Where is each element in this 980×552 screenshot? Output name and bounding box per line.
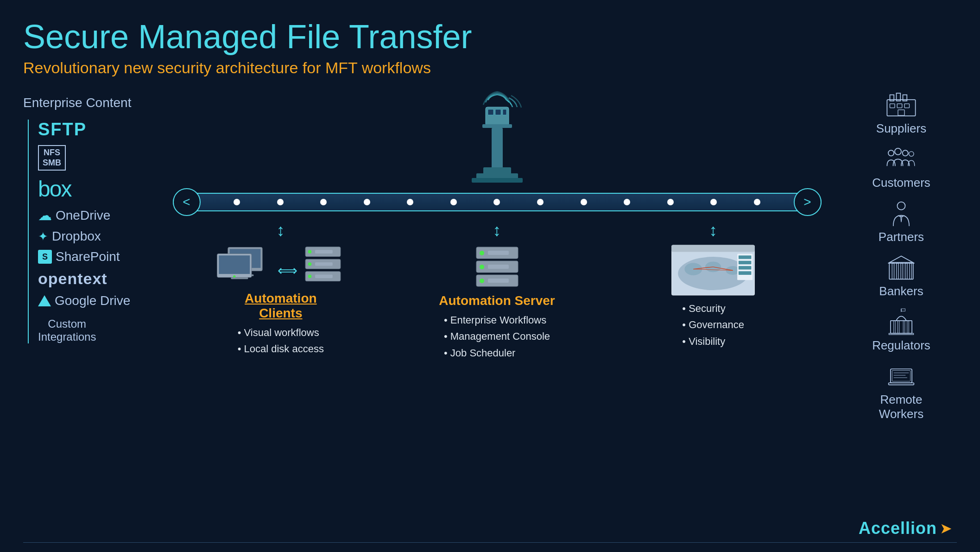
right-sidebar: Suppliers bbox=[846, 91, 957, 536]
svg-rect-4 bbox=[482, 124, 512, 128]
vertical-arrow-server: ↕ bbox=[493, 221, 501, 240]
page-title: Secure Managed File Transfer bbox=[23, 19, 957, 55]
svg-point-24 bbox=[308, 275, 312, 279]
pipeline-left-arrow[interactable]: < bbox=[173, 188, 201, 216]
pipeline-dot bbox=[450, 199, 457, 205]
svg-point-59 bbox=[895, 148, 901, 155]
automation-server-title: Automation Server bbox=[439, 293, 555, 308]
svg-point-30 bbox=[480, 265, 484, 269]
tower-illustration bbox=[451, 86, 544, 188]
pipeline-dot bbox=[407, 199, 413, 205]
partners-label: Partners bbox=[879, 230, 924, 244]
list-item: ✦ Dropbox bbox=[38, 229, 148, 244]
page-subtitle: Revolutionary new security architecture … bbox=[23, 59, 957, 77]
svg-rect-55 bbox=[897, 104, 902, 108]
dropbox-label: Dropbox bbox=[52, 229, 101, 244]
list-item: box bbox=[38, 176, 148, 202]
accellion-arrow-icon: ➤ bbox=[940, 520, 952, 537]
client-server-row: ⟺ bbox=[215, 245, 346, 286]
pipeline-dot bbox=[493, 199, 500, 205]
list-item: opentext bbox=[38, 270, 148, 288]
remote-workers-label: RemoteWorkers bbox=[879, 393, 923, 421]
center-bottom-row: ↕ bbox=[173, 221, 822, 361]
right-item-customers: Customers bbox=[846, 145, 957, 190]
sharepoint-label: SharePoint bbox=[56, 249, 120, 264]
googledrive-label: Google Drive bbox=[55, 293, 130, 308]
svg-point-33 bbox=[480, 279, 484, 283]
bankers-label: Bankers bbox=[879, 284, 923, 298]
pipeline-dot bbox=[754, 199, 760, 205]
enterprise-items-list: SFTP NFSSMB box ☁ OneDrive ✦ Dropbox bbox=[28, 120, 148, 343]
googledrive-icon bbox=[38, 295, 51, 306]
svg-rect-65 bbox=[892, 263, 894, 279]
list-item: S SharePoint bbox=[38, 249, 148, 264]
svg-rect-73 bbox=[889, 333, 913, 335]
bottom-divider bbox=[23, 542, 957, 543]
vertical-arrow-clients: ↕ bbox=[277, 221, 285, 240]
list-item: ☁ OneDrive bbox=[38, 207, 148, 223]
security-panel-col: ↕ bbox=[605, 221, 822, 349]
svg-rect-74 bbox=[894, 321, 895, 333]
vertical-arrow-security: ↕ bbox=[709, 221, 717, 240]
svg-rect-69 bbox=[910, 263, 911, 279]
pipeline-dot bbox=[667, 199, 674, 205]
svg-rect-1 bbox=[488, 109, 493, 115]
list-item: Visual workflows bbox=[238, 324, 324, 341]
pipeline-dot bbox=[710, 199, 717, 205]
main-container: Secure Managed File Transfer Revolutiona… bbox=[0, 0, 980, 552]
svg-rect-14 bbox=[219, 255, 250, 274]
list-item: SFTP bbox=[38, 120, 148, 140]
security-list: Security Governance Visibility bbox=[682, 300, 744, 349]
pipeline-track: < > bbox=[173, 193, 822, 211]
svg-point-18 bbox=[308, 250, 312, 254]
nfs-smb-icon: NFSSMB bbox=[38, 145, 66, 171]
svg-rect-22 bbox=[315, 262, 333, 266]
svg-rect-57 bbox=[898, 110, 904, 115]
svg-point-62 bbox=[897, 202, 905, 210]
pipeline-container: < > bbox=[173, 184, 822, 221]
svg-rect-49 bbox=[739, 272, 751, 275]
right-item-regulators: Regulators bbox=[846, 308, 957, 353]
svg-rect-28 bbox=[488, 251, 509, 255]
list-item: Visibility bbox=[682, 333, 744, 349]
svg-point-27 bbox=[480, 251, 484, 255]
pipeline-right-arrow[interactable]: > bbox=[794, 188, 822, 216]
sharepoint-icon: S bbox=[38, 250, 52, 264]
automation-clients-list: Visual workflows Local disk access bbox=[238, 324, 324, 357]
list-item: CustomIntegrations bbox=[38, 314, 148, 343]
svg-rect-47 bbox=[739, 261, 751, 265]
svg-rect-66 bbox=[897, 263, 898, 279]
svg-rect-2 bbox=[495, 109, 501, 115]
automation-clients-col: ↕ bbox=[173, 221, 389, 357]
right-item-bankers: Bankers bbox=[846, 254, 957, 298]
svg-rect-54 bbox=[890, 104, 895, 108]
svg-point-58 bbox=[888, 150, 894, 156]
svg-rect-6 bbox=[483, 167, 511, 174]
horizontal-arrow: ⟺ bbox=[278, 262, 297, 279]
automation-clients-title: AutomationClients bbox=[245, 291, 317, 321]
svg-rect-68 bbox=[905, 263, 907, 279]
pipeline-dot bbox=[364, 199, 370, 205]
left-sidebar: Enterprise Content SFTP NFSSMB box ☁ One… bbox=[23, 91, 148, 536]
pipeline-dot bbox=[537, 199, 544, 205]
list-item: Google Drive bbox=[38, 293, 148, 308]
opentext-label: opentext bbox=[38, 270, 107, 288]
svg-rect-3 bbox=[503, 109, 506, 115]
accellion-logo: Accellion ➤ bbox=[859, 519, 952, 538]
onedrive-icon: ☁ bbox=[38, 207, 52, 223]
list-item: Management Console bbox=[444, 328, 550, 344]
list-item: Governance bbox=[682, 317, 744, 333]
svg-rect-48 bbox=[739, 266, 751, 270]
content-area: Enterprise Content SFTP NFSSMB box ☁ One… bbox=[23, 91, 957, 536]
automation-server-list: Enterprise Workflows Management Console … bbox=[444, 312, 550, 361]
svg-rect-46 bbox=[739, 255, 751, 259]
svg-rect-79 bbox=[892, 371, 910, 381]
right-item-suppliers: Suppliers bbox=[846, 91, 957, 136]
pipeline-dot bbox=[277, 199, 284, 205]
enterprise-content-label: Enterprise Content bbox=[23, 95, 148, 110]
list-item: NFSSMB bbox=[38, 145, 148, 171]
right-item-remote-workers: RemoteWorkers bbox=[846, 362, 957, 421]
svg-rect-83 bbox=[889, 383, 914, 385]
svg-point-60 bbox=[903, 150, 908, 156]
svg-rect-31 bbox=[488, 265, 509, 269]
